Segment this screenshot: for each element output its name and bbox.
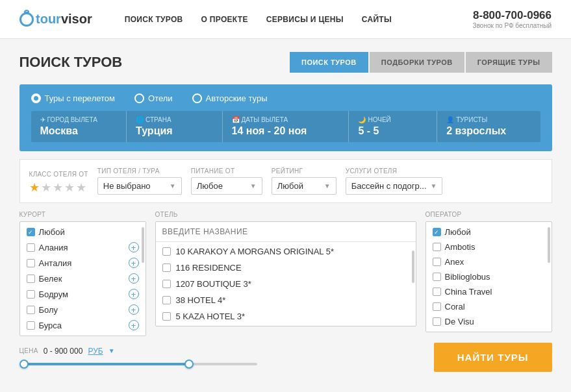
- hotel-list: 10 KARAKOY A MORGANS ORIGINAL 5* 116 RES…: [156, 242, 416, 326]
- hotel-item[interactable]: 38 HOTEL 4*: [156, 292, 416, 308]
- operator-item[interactable]: Coral: [426, 299, 552, 314]
- services-select[interactable]: Бассейн с подогр... ▼: [346, 177, 443, 195]
- checkbox[interactable]: [27, 243, 35, 252]
- operator-title: ОПЕРАТОР: [425, 211, 552, 218]
- nav-about[interactable]: О ПРОЕКТЕ: [201, 15, 248, 24]
- hotel-checkbox-5[interactable]: [162, 312, 171, 321]
- operator-item[interactable]: ✓ Любой: [426, 225, 552, 239]
- add-button[interactable]: +: [129, 320, 139, 330]
- checkbox[interactable]: [27, 290, 35, 299]
- op-checkbox[interactable]: [433, 288, 441, 296]
- hotel-item[interactable]: 5 KAZA HOTEL 3*: [156, 308, 416, 325]
- slider-track: [24, 363, 257, 365]
- rating-select[interactable]: Любой ▼: [272, 177, 336, 195]
- country-field[interactable]: 🌐 СТРАНА Турция: [127, 111, 223, 142]
- op-checkbox-checked[interactable]: ✓: [433, 228, 441, 236]
- operator-item[interactable]: Biblioglobus: [426, 269, 552, 284]
- city-value: Москва: [40, 125, 118, 137]
- add-button[interactable]: +: [129, 258, 139, 268]
- list-item[interactable]: Белек +: [20, 271, 146, 286]
- op-checkbox[interactable]: [433, 273, 441, 281]
- op-checkbox[interactable]: [433, 317, 441, 326]
- star-1[interactable]: ★: [29, 180, 40, 195]
- radio-tours-with-flight[interactable]: Туры с перелетом: [31, 93, 116, 103]
- nights-field[interactable]: 🌙 НОЧЕЙ 5 - 5: [349, 111, 437, 142]
- chevron-currency[interactable]: ▼: [108, 347, 115, 354]
- nav-services[interactable]: СЕРВИСЫ И ЦЕНЫ: [266, 15, 344, 24]
- tab-hot[interactable]: ГОРЯЩИЕ ТУРЫ: [466, 52, 552, 73]
- add-button[interactable]: +: [129, 273, 139, 284]
- operator-item[interactable]: De Visu: [426, 314, 552, 329]
- hotel-item[interactable]: 116 RESIDENCE: [156, 260, 416, 276]
- op-checkbox[interactable]: [433, 302, 441, 311]
- hotel-scrollbar[interactable]: [412, 251, 414, 283]
- star-4[interactable]: ★: [64, 180, 75, 195]
- services-label: УСЛУГИ ОТЕЛЯ: [346, 167, 443, 175]
- dates-field[interactable]: 📅 ДАТЫ ВЫЛЕТА 14 ноя - 20 ноя: [223, 111, 349, 142]
- dates-value: 14 ноя - 20 ноя: [232, 125, 340, 137]
- find-tours-button[interactable]: НАЙТИ ТУРЫ: [434, 343, 552, 372]
- list-item[interactable]: Бурса +: [20, 317, 146, 333]
- add-button[interactable]: +: [129, 289, 139, 299]
- list-item[interactable]: Алания +: [20, 239, 146, 255]
- checkbox[interactable]: [27, 321, 35, 330]
- tab-collections[interactable]: ПОДБОРКИ ТУРОВ: [370, 52, 464, 73]
- hotel-checkbox-3[interactable]: [162, 280, 171, 288]
- operator-name: De Visu: [445, 317, 474, 326]
- phone-number[interactable]: 8-800-700-0966: [473, 9, 552, 22]
- hotel-search-input[interactable]: [156, 222, 416, 242]
- list-item[interactable]: Анталия +: [20, 255, 146, 271]
- operator-panel: ОПЕРАТОР ✓ Любой Ambotis Anex: [425, 211, 552, 336]
- services-filter: УСЛУГИ ОТЕЛЯ Бассейн с подогр... ▼: [346, 167, 443, 195]
- checkbox[interactable]: [27, 275, 35, 283]
- currency-button[interactable]: РУБ: [88, 347, 103, 356]
- operator-scrollbar[interactable]: [548, 227, 550, 263]
- checkbox-checked[interactable]: ✓: [27, 228, 35, 236]
- star-3[interactable]: ★: [53, 180, 63, 195]
- resort-title: КУРОРТ: [19, 211, 146, 218]
- star-5[interactable]: ★: [76, 180, 86, 195]
- tab-search[interactable]: ПОИСК ТУРОВ: [290, 52, 368, 73]
- meal-select[interactable]: Любое ▼: [191, 177, 262, 195]
- hotel-name: 38 HOTEL 4*: [176, 295, 226, 305]
- hotel-item[interactable]: 10 KARAKOY A MORGANS ORIGINAL 5*: [156, 243, 416, 260]
- hotel-checkbox-1[interactable]: [162, 247, 171, 256]
- list-item[interactable]: Болу +: [20, 302, 146, 317]
- radio-author-tours[interactable]: Авторские туры: [192, 93, 268, 103]
- slider-thumb-right[interactable]: [184, 360, 194, 369]
- logo-text: tourvisor: [36, 12, 92, 27]
- city-field[interactable]: ✈ ГОРОД ВЫЛЕТА Москва: [31, 111, 127, 142]
- star-2[interactable]: ★: [41, 180, 51, 195]
- op-checkbox[interactable]: [433, 258, 441, 266]
- checkbox[interactable]: [27, 259, 35, 267]
- stars-row[interactable]: ★ ★ ★ ★ ★: [29, 180, 88, 195]
- operator-item[interactable]: Anex: [426, 254, 552, 269]
- resort-item-label: Алания: [39, 243, 125, 252]
- hotel-checkbox-2[interactable]: [162, 263, 171, 272]
- hotel-item[interactable]: 1207 BOUTIQUE 3*: [156, 276, 416, 292]
- operator-item[interactable]: Ambotis: [426, 239, 552, 254]
- price-slider[interactable]: [19, 360, 262, 369]
- hotel-checkbox-4[interactable]: [162, 296, 171, 304]
- country-label: 🌐 СТРАНА: [136, 116, 213, 123]
- resort-item-label: Анталия: [39, 258, 125, 268]
- operator-item[interactable]: China Travel: [426, 284, 552, 299]
- slider-thumb-left[interactable]: [19, 360, 29, 369]
- header: tourvisor ПОИСК ТУРОВ О ПРОЕКТЕ СЕРВИСЫ …: [0, 0, 571, 39]
- add-button[interactable]: +: [129, 304, 139, 315]
- hotel-name: 10 KARAKOY A MORGANS ORIGINAL 5*: [176, 247, 334, 256]
- tourists-value: 2 взрослых: [446, 125, 531, 137]
- resort-scrollbar[interactable]: [142, 227, 144, 263]
- price-label-row: ЦЕНА 0 - 900 000 РУБ ▼: [19, 347, 425, 356]
- nav-sites[interactable]: САЙТЫ: [362, 15, 392, 24]
- list-item[interactable]: ✓ Любой: [20, 225, 146, 239]
- tourists-field[interactable]: 👤 ТУРИСТЫ 2 взрослых: [437, 111, 540, 142]
- radio-hotels[interactable]: Отели: [134, 93, 173, 103]
- logo[interactable]: tourvisor: [19, 12, 92, 27]
- list-item[interactable]: Бодрум +: [20, 286, 146, 302]
- add-button[interactable]: +: [129, 242, 139, 252]
- hotel-type-select[interactable]: Не выбрано ▼: [97, 177, 182, 195]
- checkbox[interactable]: [27, 306, 35, 314]
- nav-search[interactable]: ПОИСК ТУРОВ: [125, 15, 183, 24]
- op-checkbox[interactable]: [433, 243, 441, 251]
